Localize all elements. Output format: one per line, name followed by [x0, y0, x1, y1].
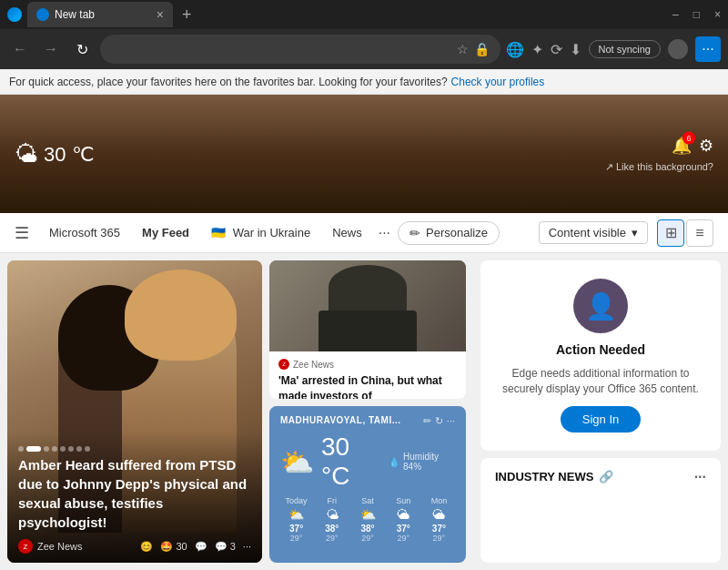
- weather-reload-icon[interactable]: ↻: [435, 415, 443, 427]
- carousel-dots: [18, 446, 251, 452]
- weather-widget[interactable]: 🌤 30 ℃: [15, 140, 95, 168]
- maximize-button[interactable]: □: [693, 8, 700, 21]
- favorites-bar: For quick access, place your favorites h…: [0, 69, 728, 95]
- weather-main-icon: ⛅: [280, 446, 314, 478]
- new-tab-button[interactable]: +: [182, 5, 192, 25]
- forecast-today-high: 37°: [280, 524, 312, 534]
- forecast-mon-high: 37°: [423, 524, 455, 534]
- industry-header-left: INDUSTRY NEWS 🔗: [495, 470, 613, 483]
- weather-card: MADHURAVOYAL, TAMI... ✏ ↻ ··· ⛅ 30 °C 💧 …: [269, 406, 466, 563]
- hero-article[interactable]: Amber Heard suffered from PTSD due to Jo…: [7, 260, 262, 563]
- refresh-button[interactable]: ↻: [69, 41, 95, 58]
- sidebar: 👤 Action Needed Edge needs additional in…: [473, 253, 728, 570]
- notification-count: 6: [682, 132, 695, 145]
- content-area: Amber Heard suffered from PTSD due to Jo…: [0, 253, 728, 570]
- background-credit[interactable]: ↗ Like this background?: [605, 161, 713, 173]
- title-bar: New tab × + – □ ×: [0, 0, 728, 29]
- weather-card-actions: ✏ ↻ ···: [423, 415, 455, 427]
- new-tab-content: 🌤 30 ℃ 🎤 🔍 🔔 6 ⚙ ↗ Like this background?…: [0, 95, 728, 570]
- tab-close-button[interactable]: ×: [157, 7, 164, 22]
- nav-more-dots[interactable]: ···: [375, 225, 394, 241]
- list-view-button[interactable]: ≡: [686, 219, 713, 247]
- article-more-button[interactable]: ···: [243, 541, 251, 552]
- weather-main: ⛅ 30 °C 💧 Humidity 84%: [280, 433, 455, 491]
- grid-icon: ⊞: [665, 224, 677, 241]
- weather-location: MADHURAVOYAL, TAMI...: [280, 415, 401, 425]
- weather-edit-icon[interactable]: ✏: [423, 415, 431, 427]
- source-label: Zee News: [293, 360, 334, 370]
- settings-icon[interactable]: ⚙: [699, 136, 713, 156]
- forecast-mon-label: Mon: [423, 496, 455, 505]
- ukraine-flag: 🇺🇦: [211, 226, 226, 239]
- myfeed-label: My Feed: [142, 226, 189, 239]
- collections-icon[interactable]: 🌐: [506, 41, 524, 58]
- forecast-fri-label: Fri: [316, 496, 348, 505]
- forecast-sun-low: 29°: [388, 534, 420, 543]
- avatar[interactable]: [668, 39, 688, 59]
- weather-temp: 30 ℃: [44, 142, 95, 166]
- forecast-today-low: 29°: [280, 534, 312, 543]
- close-button[interactable]: ×: [714, 8, 721, 21]
- edit-icon: ✏: [410, 226, 420, 240]
- address-bar[interactable]: ☆ 🔒: [100, 35, 500, 64]
- personalize-button[interactable]: ✏ Personalize: [398, 221, 500, 245]
- reactions-icon: 😊: [140, 541, 153, 553]
- industry-more-dots[interactable]: ···: [694, 469, 706, 485]
- dot-3: [44, 446, 49, 452]
- grid-view-button[interactable]: ⊞: [657, 219, 684, 247]
- forecast-sun-high: 37°: [388, 524, 420, 534]
- forecast-fri: Fri 🌤 38° 29°: [316, 496, 348, 543]
- source-logo: Z: [18, 539, 33, 554]
- weather-icon: 🌤: [15, 140, 38, 168]
- nav-myfeed[interactable]: My Feed: [133, 220, 198, 245]
- forward-button[interactable]: →: [38, 41, 64, 57]
- sync-button[interactable]: Not syncing: [589, 40, 661, 58]
- humidity-info: 💧 Humidity 84%: [389, 452, 455, 472]
- dot-8: [85, 446, 90, 452]
- comments-icon: 💬: [195, 541, 207, 553]
- active-tab[interactable]: New tab ×: [27, 2, 173, 27]
- back-button[interactable]: ←: [7, 41, 33, 57]
- nav-news[interactable]: News: [323, 220, 371, 245]
- forecast-mon: Mon 🌥 37° 29°: [423, 496, 455, 543]
- weather-temp-big: 30 °C: [321, 433, 381, 491]
- dot-7: [76, 446, 82, 452]
- hero-actions: 😊 🤩 30 💬 💬 3 ···: [140, 541, 251, 553]
- forecast-sat-high: 38°: [351, 524, 383, 534]
- forecast-fri-icon: 🌤: [316, 507, 348, 522]
- content-visible-dropdown[interactable]: Content visible ▾: [539, 221, 648, 244]
- hero-right: 🔔 6 ⚙ ↗ Like this background?: [605, 136, 713, 173]
- industry-news-title: INDUSTRY NEWS: [495, 470, 593, 483]
- forecast-today: Today ⛅ 37° 29°: [280, 496, 312, 543]
- favorites-icon[interactable]: ☆: [457, 42, 469, 56]
- favorites-star-icon[interactable]: ✦: [531, 41, 543, 58]
- weather-more-icon[interactable]: ···: [447, 415, 455, 427]
- list-item[interactable]: Z Zee News 'Ma' arrested in China, but w…: [269, 260, 466, 399]
- list-icon: ≡: [695, 225, 703, 241]
- sign-in-button[interactable]: Sign In: [561, 406, 641, 433]
- forecast: Today ⛅ 37° 29° Fri 🌤 38° 29° Sat: [280, 496, 455, 543]
- address-input[interactable]: [111, 43, 450, 56]
- hero-article-image: Amber Heard suffered from PTSD due to Jo…: [7, 260, 262, 563]
- action-card-desc: Edge needs additional information to sec…: [495, 366, 706, 397]
- minimize-button[interactable]: –: [672, 8, 679, 21]
- industry-link-icon[interactable]: 🔗: [599, 470, 613, 483]
- history-icon[interactable]: ⟳: [551, 41, 562, 58]
- downloads-icon[interactable]: ⬇: [570, 41, 581, 58]
- humidity-label: Humidity 84%: [403, 452, 455, 472]
- notification-bell[interactable]: 🔔 6: [672, 136, 692, 156]
- menu-icon[interactable]: ☰: [15, 223, 29, 243]
- check-profiles-link[interactable]: Check your profiles: [451, 76, 545, 88]
- more-button[interactable]: ···: [695, 36, 721, 62]
- tab-strip: New tab × +: [7, 2, 192, 27]
- hero-headline: Amber Heard suffered from PTSD due to Jo…: [18, 455, 251, 532]
- nav-ukraine[interactable]: 🇺🇦 War in Ukraine: [202, 220, 319, 245]
- tab-title: New tab: [55, 8, 95, 21]
- action-card-icon: 👤: [573, 279, 628, 333]
- industry-news-card: INDUSTRY NEWS 🔗 ···: [480, 458, 721, 563]
- content-visible-label: Content visible: [549, 226, 626, 239]
- nav-microsoft365[interactable]: Microsoft 365: [40, 220, 129, 245]
- forecast-sat: Sat ⛅ 38° 29°: [351, 496, 383, 543]
- toolbar-right: 🌐 ✦ ⟳ ⬇ Not syncing ···: [506, 36, 721, 62]
- forecast-sun: Sun 🌥 37° 29°: [388, 496, 420, 543]
